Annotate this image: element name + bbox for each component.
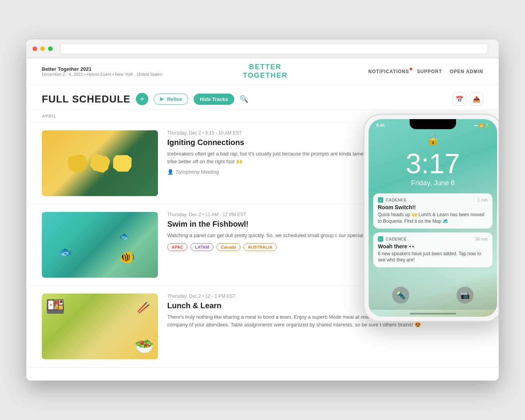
notif-header-2: ▪ CADENCE 58 min — [378, 236, 488, 242]
section-left: APRIL — [42, 114, 57, 118]
notif-app-icon-2: ▪ — [378, 236, 383, 242]
tag-apac[interactable]: APAC — [167, 243, 187, 251]
add-session-button[interactable]: + — [136, 93, 148, 105]
phone-screen: 9:41 ▪▪▪ 📶 🔋 🔒 3:17 Friday, June 8 — [369, 119, 497, 317]
notif-app-icon-1: ▪ — [378, 197, 383, 203]
brand-sub: December 2 - 4, 2021 • Hybrid Event • Ne… — [42, 72, 162, 77]
session-image-3: 🍱 🥗 🥢 — [42, 294, 158, 359]
support-link[interactable]: SUPPORT — [417, 69, 442, 74]
phone-date: Friday, June 8 — [369, 179, 497, 187]
calendar-icon: 📅 — [456, 96, 463, 103]
brand-name: Better Together 2021 — [42, 66, 162, 72]
schedule-title: FULL SCHEDULE — [42, 93, 130, 105]
hide-tracks-button[interactable]: Hide Tracks — [194, 94, 234, 105]
session-image-1 — [42, 130, 158, 196]
notif-title-2: Woah there 👀 — [378, 243, 488, 249]
search-button[interactable]: 🔍 — [240, 95, 248, 103]
app-content: Better Together 2021 December 2 - 4, 202… — [26, 58, 499, 381]
dot-green[interactable] — [48, 46, 53, 51]
notif-time-1: 1 min — [477, 198, 488, 202]
fish-decoration-3: 🐟 — [119, 232, 129, 241]
export-button[interactable]: 📤 — [470, 92, 483, 106]
open-admin-link[interactable]: OPEN ADMIN — [450, 69, 483, 74]
logo-line1: BETTER — [243, 63, 288, 72]
tag-australia[interactable]: AUSTRALIA — [244, 243, 277, 251]
phone-frame: 9:41 ▪▪▪ 📶 🔋 🔒 3:17 Friday, June 8 — [363, 114, 499, 322]
food-icon-2: 🥗 — [135, 337, 154, 355]
browser-chrome — [26, 39, 499, 58]
flashlight-icon: 🔦 — [396, 290, 406, 300]
notif-app-1: ▪ CADENCE — [378, 197, 407, 203]
fish-decoration-2: 🐠 — [119, 250, 135, 265]
brand-left: Better Together 2021 December 2 - 4, 202… — [42, 66, 162, 77]
phone-notch — [410, 119, 456, 129]
notif-title-1: Room Switch!! — [378, 204, 488, 210]
phone-bottom-area: 🔦 📷 — [369, 271, 497, 310]
main-layout: APRIL 40 MORE Thursday, Dec 2 • 9:15 - 1… — [26, 110, 499, 381]
notification-card-1[interactable]: ▪ CADENCE 1 min Room Switch!! Quick head… — [373, 193, 492, 229]
dot-yellow[interactable] — [40, 46, 45, 51]
phone-big-time: 3:17 — [369, 150, 497, 178]
notifications-link[interactable]: NOTIFICATIONS — [368, 69, 409, 74]
notif-body-2: 6 new speakers have just been added. Tap… — [378, 251, 488, 264]
notif-body-1: Quick heads up 🙌 Lunch & Learn has been … — [378, 212, 488, 225]
phone-home-bar — [410, 313, 456, 314]
notification-dot — [410, 68, 412, 70]
refine-button[interactable]: ⫸ Refine — [154, 94, 188, 105]
dot-red[interactable] — [33, 46, 37, 51]
phone-status-icons: ▪▪▪ 📶 🔋 — [474, 123, 489, 128]
notif-app-2: ▪ CADENCE — [378, 236, 407, 242]
schedule-header: FULL SCHEDULE + ⫸ Refine Hide Tracks 🔍 📅… — [26, 85, 499, 110]
logo-line2: TOGETHER — [243, 72, 288, 80]
refine-icon: ⫸ — [160, 96, 165, 102]
location-icon: 👤 — [167, 169, 173, 175]
phone-status-time: 9:41 — [376, 123, 385, 128]
url-bar[interactable] — [60, 43, 488, 54]
camera-icon: 📷 — [460, 290, 470, 300]
calendar-view-button[interactable]: 📅 — [453, 92, 466, 106]
food-icon-1: 🍱 — [46, 297, 65, 316]
nav-right: NOTIFICATIONS SUPPORT OPEN ADMIN — [368, 69, 483, 74]
fish-decoration: 🐟 — [59, 246, 72, 258]
notif-time-2: 58 min — [475, 237, 488, 241]
session-image-2: 🐟 🐠 🐟 — [42, 212, 158, 278]
food-icon-3: 🥢 — [137, 301, 150, 314]
tag-canada[interactable]: Canada — [216, 243, 240, 251]
lock-icon: 🔒 — [369, 129, 497, 148]
export-icon: 📤 — [473, 96, 480, 103]
phone-camera-button[interactable]: 📷 — [456, 287, 474, 304]
tag-latam[interactable]: LATAM — [190, 243, 213, 251]
browser-window: Better Together 2021 December 2 - 4, 202… — [26, 39, 499, 381]
phone-overlay: 9:41 ▪▪▪ 📶 🔋 🔒 3:17 Friday, June 8 — [363, 114, 499, 322]
header-right-icons: 📅 📤 — [453, 92, 483, 106]
crumpled-shapes — [60, 147, 140, 180]
search-icon: 🔍 — [240, 95, 248, 103]
phone-flashlight-button[interactable]: 🔦 — [392, 287, 409, 304]
top-nav: Better Together 2021 December 2 - 4, 202… — [26, 58, 499, 85]
notif-header-1: ▪ CADENCE 1 min — [378, 197, 488, 203]
notification-card-2[interactable]: ▪ CADENCE 58 min Woah there 👀 6 new spea… — [373, 232, 492, 268]
logo-center: BETTER TOGETHER — [243, 63, 288, 80]
